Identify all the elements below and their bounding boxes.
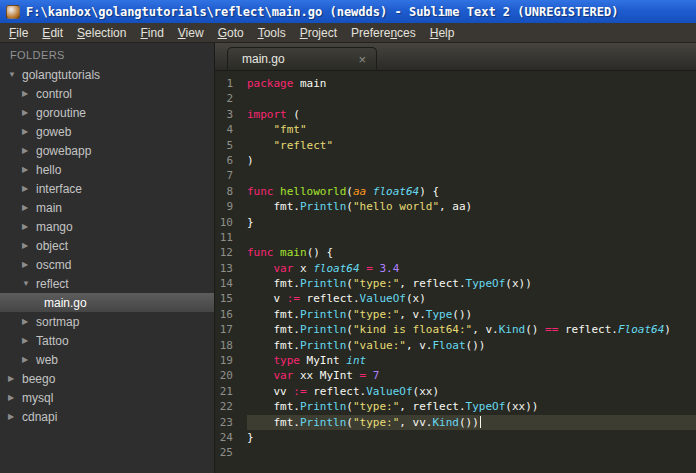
line-text: v := reflect.ValueOf(x)	[247, 291, 696, 306]
code-line-20[interactable]: 20 var xx MyInt = 7	[215, 368, 696, 383]
line-text: fmt.Println("kind is float64:", v.Kind()…	[247, 322, 696, 337]
menu-preferences[interactable]: Preferences	[344, 24, 423, 42]
menu-goto[interactable]: Goto	[211, 24, 251, 42]
tree-item-gowebapp[interactable]: ▶gowebapp	[0, 141, 214, 160]
tree-item-reflect[interactable]: ▼reflect	[0, 274, 214, 293]
code-line-5[interactable]: 5 "reflect"	[215, 138, 696, 153]
code-line-10[interactable]: 10}	[215, 215, 696, 230]
code-line-7[interactable]: 7	[215, 168, 696, 183]
chevron-right-icon[interactable]: ▶	[22, 355, 36, 364]
chevron-right-icon[interactable]: ▶	[22, 146, 36, 155]
tree-item-golangtutorials[interactable]: ▼golangtutorials	[0, 65, 214, 84]
chevron-right-icon[interactable]: ▶	[22, 336, 36, 345]
tree-item-control[interactable]: ▶control	[0, 84, 214, 103]
line-number: 18	[215, 338, 247, 353]
code-line-23[interactable]: 23 fmt.Println("type:", vv.Kind())	[215, 415, 696, 430]
tree-item-interface[interactable]: ▶interface	[0, 179, 214, 198]
chevron-down-icon[interactable]: ▼	[8, 70, 22, 79]
code-line-14[interactable]: 14 fmt.Println("type:", reflect.TypeOf(x…	[215, 276, 696, 291]
tree-item-web[interactable]: ▶web	[0, 350, 214, 369]
tree-item-goweb[interactable]: ▶goweb	[0, 122, 214, 141]
code-line-1[interactable]: 1package main	[215, 76, 696, 91]
chevron-right-icon[interactable]: ▶	[22, 222, 36, 231]
chevron-down-icon[interactable]: ▼	[22, 279, 36, 288]
menu-selection[interactable]: Selection	[70, 24, 133, 42]
tree-item-label: interface	[36, 182, 82, 196]
line-number: 8	[215, 184, 247, 199]
code-line-17[interactable]: 17 fmt.Println("kind is float64:", v.Kin…	[215, 322, 696, 337]
code-line-18[interactable]: 18 fmt.Println("value:", v.Float())	[215, 338, 696, 353]
line-text: var x float64 = 3.4	[247, 261, 696, 276]
menu-project[interactable]: Project	[293, 24, 344, 42]
line-text: func helloworld(aa float64) {	[247, 184, 696, 199]
line-number: 20	[215, 368, 247, 383]
code-line-19[interactable]: 19 type MyInt int	[215, 353, 696, 368]
tree-item-goroutine[interactable]: ▶goroutine	[0, 103, 214, 122]
chevron-right-icon[interactable]: ▶	[22, 203, 36, 212]
chevron-right-icon[interactable]: ▶	[8, 393, 22, 402]
tree-item-oscmd[interactable]: ▶oscmd	[0, 255, 214, 274]
tab-label: main.go	[242, 52, 356, 66]
menu-help[interactable]: Help	[423, 24, 462, 42]
code-line-22[interactable]: 22 fmt.Println("type:", reflect.TypeOf(x…	[215, 399, 696, 414]
folders-header: FOLDERS	[0, 43, 214, 65]
code-line-6[interactable]: 6)	[215, 153, 696, 168]
chevron-right-icon[interactable]: ▶	[22, 89, 36, 98]
tree-item-sortmap[interactable]: ▶sortmap	[0, 312, 214, 331]
tree-item-label: golangtutorials	[22, 68, 100, 82]
tree-item-mysql[interactable]: ▶mysql	[0, 388, 214, 407]
tree-item-main[interactable]: ▶main	[0, 198, 214, 217]
tree-item-label: mango	[36, 220, 73, 234]
code-line-25[interactable]: 25	[215, 445, 696, 460]
code-line-2[interactable]: 2	[215, 91, 696, 106]
code-line-16[interactable]: 16 fmt.Println("type:", v.Type())	[215, 307, 696, 322]
line-number: 21	[215, 384, 247, 399]
tree-item-label: sortmap	[36, 315, 79, 329]
tree-item-tattoo[interactable]: ▶Tattoo	[0, 331, 214, 350]
chevron-right-icon[interactable]: ▶	[8, 374, 22, 383]
code-line-24[interactable]: 24}	[215, 430, 696, 445]
tree-item-cdnapi[interactable]: ▶cdnapi	[0, 407, 214, 426]
chevron-right-icon[interactable]: ▶	[22, 241, 36, 250]
tree-item-label: web	[36, 353, 58, 367]
tree-item-object[interactable]: ▶object	[0, 236, 214, 255]
line-text: "fmt"	[247, 122, 696, 137]
tree-item-label: goweb	[36, 125, 71, 139]
code-line-15[interactable]: 15 v := reflect.ValueOf(x)	[215, 291, 696, 306]
menu-tools[interactable]: Tools	[251, 24, 293, 42]
tree-item-label: Tattoo	[36, 334, 69, 348]
code-line-4[interactable]: 4 "fmt"	[215, 122, 696, 137]
code-line-11[interactable]: 11	[215, 230, 696, 245]
line-text: fmt.Println("type:", reflect.TypeOf(x))	[247, 276, 696, 291]
menu-file[interactable]: File	[2, 24, 35, 42]
tab-main-go[interactable]: main.go ×	[227, 47, 377, 70]
code-line-3[interactable]: 3import (	[215, 107, 696, 122]
chevron-right-icon[interactable]: ▶	[22, 260, 36, 269]
code-line-8[interactable]: 8func helloworld(aa float64) {	[215, 184, 696, 199]
tree-item-hello[interactable]: ▶hello	[0, 160, 214, 179]
code-line-12[interactable]: 12func main() {	[215, 245, 696, 260]
menu-view[interactable]: View	[171, 24, 211, 42]
code-line-13[interactable]: 13 var x float64 = 3.4	[215, 261, 696, 276]
title-bar[interactable]: F:\kanbox\golangtutorials\reflect\main.g…	[0, 0, 696, 23]
chevron-right-icon[interactable]: ▶	[22, 108, 36, 117]
line-number: 4	[215, 122, 247, 137]
code-line-21[interactable]: 21 vv := reflect.ValueOf(xx)	[215, 384, 696, 399]
tree-item-mango[interactable]: ▶mango	[0, 217, 214, 236]
line-number: 5	[215, 138, 247, 153]
line-text	[247, 230, 696, 245]
code-editor[interactable]: 1package main23import (4 "fmt"5 "reflect…	[215, 71, 696, 473]
tree-item-main-go[interactable]: main.go	[0, 293, 214, 312]
code-line-9[interactable]: 9 fmt.Println("hello world", aa)	[215, 199, 696, 214]
menu-edit[interactable]: Edit	[35, 24, 70, 42]
chevron-right-icon[interactable]: ▶	[22, 165, 36, 174]
tab-close-icon[interactable]: ×	[356, 53, 368, 66]
sidebar: FOLDERS ▼golangtutorials▶control▶gorouti…	[0, 43, 215, 473]
chevron-right-icon[interactable]: ▶	[22, 184, 36, 193]
menu-find[interactable]: Find	[133, 24, 170, 42]
tree-item-beego[interactable]: ▶beego	[0, 369, 214, 388]
tree-item-label: hello	[36, 163, 61, 177]
chevron-right-icon[interactable]: ▶	[22, 317, 36, 326]
chevron-right-icon[interactable]: ▶	[8, 412, 22, 421]
chevron-right-icon[interactable]: ▶	[22, 127, 36, 136]
